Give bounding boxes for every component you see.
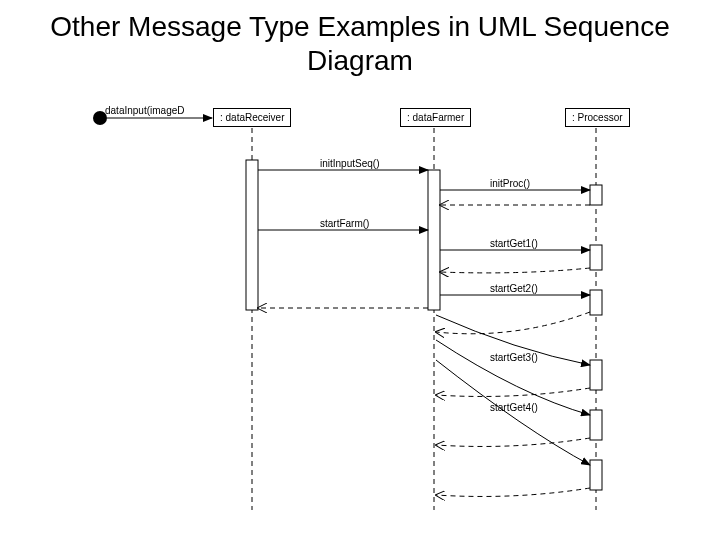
svg-rect-10 [590,360,602,390]
svg-point-3 [93,111,107,125]
svg-rect-5 [246,160,258,310]
diagram-canvas [0,0,720,540]
svg-rect-12 [590,460,602,490]
svg-rect-6 [428,170,440,310]
svg-rect-11 [590,410,602,440]
svg-rect-8 [590,245,602,270]
svg-rect-9 [590,290,602,315]
svg-rect-7 [590,185,602,205]
